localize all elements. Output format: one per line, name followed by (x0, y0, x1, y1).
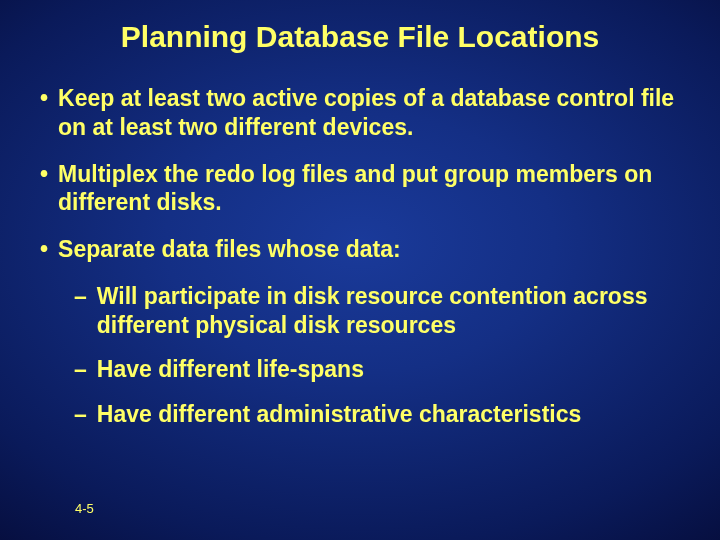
bullet-text: Separate data files whose data: (58, 235, 401, 264)
sub-bullet-text: Have different life-spans (97, 355, 364, 384)
bullet-icon: • (40, 235, 48, 264)
bullet-item: • Separate data files whose data: (40, 235, 680, 264)
page-number: 4-5 (75, 501, 94, 516)
slide: Planning Database File Locations • Keep … (0, 0, 720, 540)
sub-bullet-item: – Have different administrative characte… (74, 400, 680, 429)
bullet-icon: • (40, 160, 48, 189)
sub-bullet-item: – Have different life-spans (74, 355, 680, 384)
dash-icon: – (74, 355, 87, 384)
bullet-item: • Keep at least two active copies of a d… (40, 84, 680, 142)
bullet-text: Keep at least two active copies of a dat… (58, 84, 680, 142)
dash-icon: – (74, 282, 87, 311)
slide-title: Planning Database File Locations (0, 0, 720, 54)
bullet-text: Multiplex the redo log files and put gro… (58, 160, 680, 218)
sub-bullet-text: Will participate in disk resource conten… (97, 282, 680, 340)
sub-bullet-item: – Will participate in disk resource cont… (74, 282, 680, 340)
bullet-item: • Multiplex the redo log files and put g… (40, 160, 680, 218)
sub-bullet-text: Have different administrative characteri… (97, 400, 581, 429)
dash-icon: – (74, 400, 87, 429)
bullet-icon: • (40, 84, 48, 113)
slide-content: • Keep at least two active copies of a d… (0, 54, 720, 429)
